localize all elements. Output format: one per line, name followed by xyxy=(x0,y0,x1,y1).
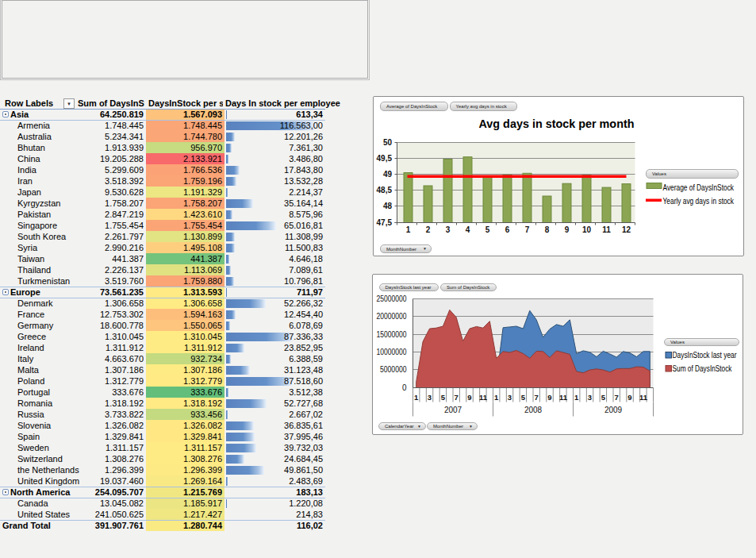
svg-text:DaysInStock last year: DaysInStock last year xyxy=(673,351,738,360)
svg-text:5: 5 xyxy=(441,393,446,402)
svg-text:1: 1 xyxy=(414,393,419,402)
svg-text:6: 6 xyxy=(505,225,510,234)
svg-text:10: 10 xyxy=(582,225,592,234)
svg-text:9: 9 xyxy=(467,393,471,402)
svg-text:11: 11 xyxy=(559,393,568,402)
svg-text:25000000: 25000000 xyxy=(377,294,407,303)
svg-text:7: 7 xyxy=(455,393,459,402)
svg-text:15000000: 15000000 xyxy=(377,330,407,339)
svg-text:Sum of DaysInStock: Sum of DaysInStock xyxy=(673,364,733,373)
svg-text:2: 2 xyxy=(426,225,431,234)
svg-text:7: 7 xyxy=(535,393,539,402)
svg-text:11: 11 xyxy=(479,393,488,402)
svg-text:10000000: 10000000 xyxy=(377,348,407,356)
svg-text:2008: 2008 xyxy=(524,406,543,414)
svg-text:3: 3 xyxy=(588,393,592,402)
svg-text:49,5: 49,5 xyxy=(377,154,393,163)
svg-text:5: 5 xyxy=(601,393,606,402)
svg-text:2009: 2009 xyxy=(604,406,623,414)
svg-text:3: 3 xyxy=(446,225,451,234)
svg-text:1: 1 xyxy=(494,393,499,402)
svg-text:47,5: 47,5 xyxy=(377,218,393,227)
svg-text:49: 49 xyxy=(383,170,393,179)
svg-text:48: 48 xyxy=(383,202,393,210)
svg-text:1: 1 xyxy=(574,393,579,402)
svg-text:4: 4 xyxy=(466,225,470,234)
svg-text:48,5: 48,5 xyxy=(377,186,393,194)
svg-text:9: 9 xyxy=(547,393,551,402)
svg-text:3: 3 xyxy=(508,393,512,402)
svg-text:Avg days in stock per month: Avg days in stock per month xyxy=(479,117,635,130)
svg-text:9: 9 xyxy=(627,393,631,402)
svg-text:11: 11 xyxy=(639,393,648,402)
svg-text:20000000: 20000000 xyxy=(377,312,407,321)
svg-text:Average of DaysInStock: Average of DaysInStock xyxy=(663,183,735,192)
svg-text:3: 3 xyxy=(428,393,432,402)
svg-text:12: 12 xyxy=(622,225,631,234)
svg-text:0: 0 xyxy=(402,383,407,392)
svg-text:1: 1 xyxy=(406,225,411,234)
svg-text:11: 11 xyxy=(602,225,611,234)
svg-text:8: 8 xyxy=(545,225,550,234)
svg-text:7: 7 xyxy=(525,225,530,234)
svg-text:9: 9 xyxy=(565,225,570,234)
svg-text:5000000: 5000000 xyxy=(380,365,407,374)
svg-text:7: 7 xyxy=(615,393,619,402)
svg-text:5: 5 xyxy=(521,393,526,402)
svg-text:Yearly avg days in stock: Yearly avg days in stock xyxy=(663,197,735,206)
svg-text:50: 50 xyxy=(383,138,393,147)
svg-text:2007: 2007 xyxy=(444,406,462,414)
svg-text:5: 5 xyxy=(485,225,490,234)
